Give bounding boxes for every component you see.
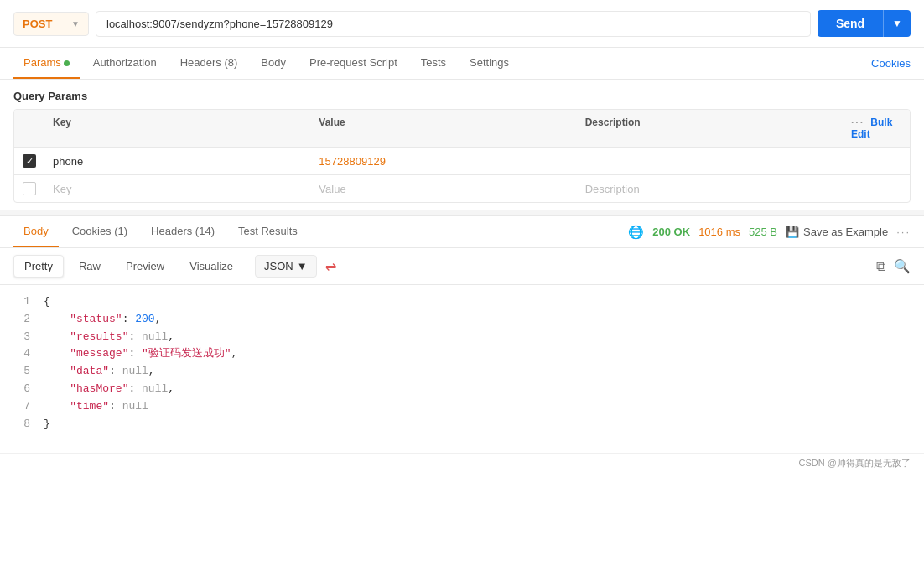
send-button-group: Send ▼ (818, 10, 911, 37)
col-value: Value (310, 110, 576, 147)
row-actions (843, 154, 910, 168)
response-tabs-bar: Body Cookies (1) Headers (14) Test Resul… (0, 216, 924, 248)
tab-settings[interactable]: Settings (459, 48, 519, 79)
footer: CSDN @帅得真的是无敌了 (0, 453, 924, 473)
json-line-5: 5 "data": null, (13, 363, 911, 381)
response-status-area: 🌐 200 OK 1016 ms 525 B 💾 Save as Example… (628, 225, 911, 240)
tab-authorization[interactable]: Authorization (83, 48, 167, 79)
format-bar: Pretty Raw Preview Visualize JSON ▼ ⇌ ⧉ … (0, 248, 924, 285)
format-preview-button[interactable]: Preview (116, 256, 174, 277)
response-time: 1016 ms (698, 226, 740, 238)
params-table-header: Key Value Description ··· Bulk Edit (14, 110, 910, 148)
filter-icon[interactable]: ⇌ (325, 258, 336, 274)
json-line-7: 7 "time": null (13, 398, 911, 416)
tab-body[interactable]: Body (251, 48, 296, 79)
format-chevron-icon: ▼ (297, 260, 308, 272)
send-button[interactable]: Send (818, 10, 883, 37)
format-action-icons: ⧉ 🔍 (876, 258, 911, 274)
footer-text: CSDN @帅得真的是无敌了 (799, 458, 911, 468)
row-checkbox[interactable] (14, 148, 44, 174)
tab-tests[interactable]: Tests (411, 48, 456, 79)
response-size: 525 B (749, 226, 777, 238)
format-type-label: JSON (264, 260, 293, 272)
empty-key[interactable]: Key (44, 176, 310, 202)
json-line-6: 6 "hasMore": null, (13, 381, 911, 398)
resp-tab-cookies[interactable]: Cookies (1) (62, 216, 138, 247)
method-label: POST (23, 18, 52, 30)
empty-checkbox[interactable] (14, 175, 44, 202)
resp-tab-headers[interactable]: Headers (14) (141, 216, 225, 247)
response-section: Body Cookies (1) Headers (14) Test Resul… (0, 216, 924, 453)
status-code: 200 OK (652, 226, 690, 238)
checkbox-unchecked-icon[interactable] (23, 182, 36, 195)
save-icon: 💾 (786, 226, 799, 238)
table-row-empty: Key Value Description (14, 175, 910, 202)
url-bar: POST ▼ Send ▼ (0, 0, 924, 48)
resp-tab-test-results[interactable]: Test Results (228, 216, 308, 247)
format-visualize-button[interactable]: Visualize (179, 256, 243, 277)
empty-actions (843, 182, 910, 195)
params-section: Query Params Key Value Description ··· B… (0, 80, 924, 203)
query-params-title: Query Params (13, 90, 911, 102)
more-options-button[interactable]: ··· (896, 226, 911, 238)
table-row: phone 15728809129 (14, 148, 910, 175)
format-pretty-button[interactable]: Pretty (13, 255, 64, 278)
cookies-link[interactable]: Cookies (871, 57, 911, 70)
method-chevron-icon: ▼ (71, 19, 80, 29)
method-selector[interactable]: POST ▼ (13, 12, 89, 36)
json-line-4: 4 "message": "验证码发送成功", (13, 345, 911, 363)
col-checkbox (14, 110, 44, 147)
section-divider (0, 210, 924, 216)
request-tabs: Params Authorization Headers (8) Body Pr… (0, 48, 924, 80)
format-type-dropdown[interactable]: JSON ▼ (255, 255, 317, 278)
empty-value[interactable]: Value (310, 176, 576, 202)
col-description: Description (577, 110, 843, 147)
checkbox-checked-icon[interactable] (23, 154, 36, 168)
send-dropdown-button[interactable]: ▼ (883, 10, 911, 37)
format-raw-button[interactable]: Raw (69, 256, 111, 277)
params-table: Key Value Description ··· Bulk Edit phon… (13, 109, 911, 203)
json-line-8: 8 } (13, 416, 911, 433)
json-line-2: 2 "status": 200, (13, 311, 911, 329)
copy-button[interactable]: ⧉ (876, 258, 885, 274)
more-options-icon[interactable]: ··· (851, 117, 864, 128)
col-key: Key (44, 110, 310, 147)
search-button[interactable]: 🔍 (894, 258, 911, 274)
json-line-3: 3 "results": null, (13, 329, 911, 346)
row-key[interactable]: phone (44, 148, 310, 174)
params-dot (64, 60, 70, 66)
globe-icon: 🌐 (628, 225, 644, 240)
row-description[interactable] (577, 154, 843, 168)
empty-description[interactable]: Description (577, 176, 843, 202)
json-line-1: 1 { (13, 293, 911, 311)
col-bulk-edit-area: ··· Bulk Edit (843, 110, 910, 147)
row-value[interactable]: 15728809129 (310, 148, 576, 174)
resp-tab-body[interactable]: Body (13, 216, 59, 247)
json-body: 1 { 2 "status": 200, 3 "results": null, … (0, 285, 924, 453)
tab-prerequest[interactable]: Pre-request Script (299, 48, 407, 79)
url-input[interactable] (96, 11, 811, 37)
tab-params[interactable]: Params (13, 48, 80, 79)
save-as-example-button[interactable]: 💾 Save as Example (786, 226, 888, 238)
tab-headers[interactable]: Headers (8) (170, 48, 248, 79)
